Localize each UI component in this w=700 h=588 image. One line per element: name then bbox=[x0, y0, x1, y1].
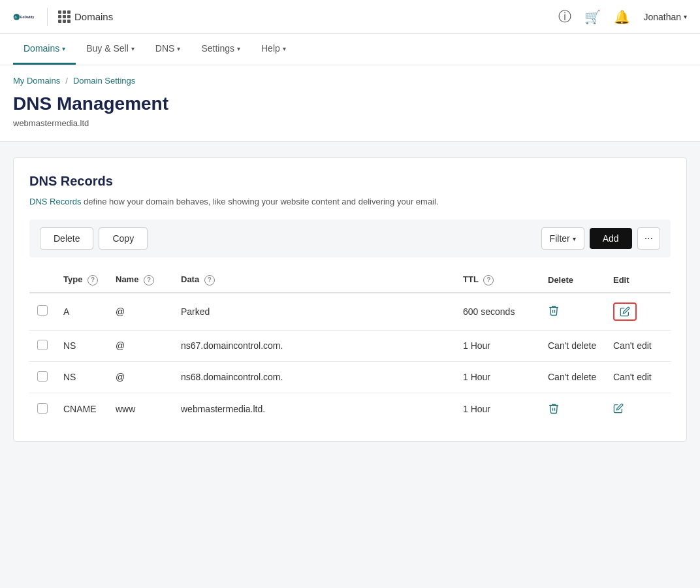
dns-records-desc: DNS Records define how your domain behav… bbox=[29, 197, 671, 206]
table-row: A @ Parked 600 seconds bbox=[29, 293, 671, 331]
nav-label-dns: DNS bbox=[155, 43, 175, 54]
header: G GoDaddy Domains ⓘ 🛒 🔔 Jonathan ▾ bbox=[0, 0, 700, 34]
main-nav: Domains ▾ Buy & Sell ▾ DNS ▾ Settings ▾ … bbox=[0, 34, 700, 65]
bell-icon[interactable]: 🔔 bbox=[614, 9, 630, 25]
nav-item-settings[interactable]: Settings ▾ bbox=[191, 34, 251, 65]
domain-subtitle: webmastermedia.ltd bbox=[13, 118, 687, 128]
row2-cant-delete: Can't delete bbox=[540, 330, 605, 361]
row1-type: A bbox=[56, 293, 108, 331]
nav-label-buy-sell: Buy & Sell bbox=[86, 43, 129, 54]
col-ttl-label: TTL bbox=[463, 274, 479, 284]
row2-cant-edit: Can't edit bbox=[605, 330, 671, 361]
col-header-data: Data ? bbox=[173, 268, 455, 293]
nav-caret-domains: ▾ bbox=[62, 45, 65, 52]
row1-name: @ bbox=[108, 293, 173, 331]
row1-edit-highlighted[interactable] bbox=[613, 302, 637, 321]
row4-edit-icon[interactable] bbox=[613, 403, 624, 414]
nav-item-domains[interactable]: Domains ▾ bbox=[13, 34, 76, 65]
breadcrumb-my-domains[interactable]: My Domains bbox=[13, 76, 60, 86]
row4-type: CNAME bbox=[56, 393, 108, 425]
name-info-icon[interactable]: ? bbox=[144, 275, 154, 286]
section-label: Domains bbox=[74, 11, 113, 22]
grid-icon bbox=[58, 10, 71, 23]
table-header: Type ? Name ? Data ? TTL ? De bbox=[29, 268, 671, 293]
nav-label-help: Help bbox=[261, 43, 280, 54]
col-type-label: Type bbox=[63, 274, 82, 284]
row1-data: Parked bbox=[173, 293, 455, 331]
nav-item-dns[interactable]: DNS ▾ bbox=[145, 34, 191, 65]
row3-ttl: 1 Hour bbox=[455, 361, 540, 393]
row4-delete-icon[interactable] bbox=[548, 402, 560, 414]
row3-name: @ bbox=[108, 361, 173, 393]
col-header-edit: Edit bbox=[605, 268, 671, 293]
user-name: Jonathan bbox=[643, 12, 681, 22]
row4-delete[interactable] bbox=[540, 393, 605, 425]
col-name-label: Name bbox=[116, 274, 138, 284]
row2-data: ns67.domaincontrol.com. bbox=[173, 330, 455, 361]
row1-edit[interactable] bbox=[605, 293, 671, 331]
header-left: G GoDaddy Domains bbox=[13, 5, 113, 29]
nav-item-help[interactable]: Help ▾ bbox=[251, 34, 296, 65]
row4-data: webmastermedia.ltd. bbox=[173, 393, 455, 425]
breadcrumb-domain-settings[interactable]: Domain Settings bbox=[73, 76, 135, 86]
ttl-info-icon[interactable]: ? bbox=[483, 275, 494, 286]
row3-type: NS bbox=[56, 361, 108, 393]
row3-checkbox-cell bbox=[29, 361, 56, 393]
col-data-label: Data bbox=[181, 274, 199, 284]
dns-records-title: DNS Records bbox=[29, 174, 671, 189]
row4-edit[interactable] bbox=[605, 393, 671, 425]
table-row: CNAME www webmastermedia.ltd. 1 Hour bbox=[29, 393, 671, 425]
filter-button[interactable]: Filter ▾ bbox=[541, 227, 584, 250]
page-title: DNS Management bbox=[13, 93, 687, 114]
nav-caret-buy-sell: ▾ bbox=[131, 45, 135, 52]
row3-data: ns68.domaincontrol.com. bbox=[173, 361, 455, 393]
row2-type: NS bbox=[56, 330, 108, 361]
table-row: NS @ ns68.domaincontrol.com. 1 Hour Can'… bbox=[29, 361, 671, 393]
header-right: ⓘ 🛒 🔔 Jonathan ▾ bbox=[558, 8, 687, 25]
breadcrumb-separator: / bbox=[65, 76, 68, 86]
row3-cant-delete: Can't delete bbox=[540, 361, 605, 393]
row3-checkbox[interactable] bbox=[37, 371, 48, 382]
breadcrumb-area: My Domains / Domain Settings DNS Managem… bbox=[0, 65, 700, 142]
row1-delete[interactable] bbox=[540, 293, 605, 331]
main-content: DNS Records DNS Records define how your … bbox=[0, 142, 700, 457]
dns-records-desc-text: define how your domain behaves, like sho… bbox=[81, 197, 438, 206]
svg-text:GoDaddy: GoDaddy bbox=[20, 15, 35, 18]
user-caret-icon: ▾ bbox=[684, 13, 687, 20]
copy-button[interactable]: Copy bbox=[99, 227, 148, 250]
more-options-button[interactable]: ··· bbox=[637, 227, 660, 250]
godaddy-logo-svg: G GoDaddy bbox=[13, 5, 37, 29]
nav-caret-help: ▾ bbox=[283, 45, 286, 52]
filter-caret-icon: ▾ bbox=[573, 235, 576, 242]
row4-name: www bbox=[108, 393, 173, 425]
add-button[interactable]: Add bbox=[590, 228, 632, 249]
dns-records-link[interactable]: DNS Records bbox=[29, 197, 81, 206]
nav-item-buy-sell[interactable]: Buy & Sell ▾ bbox=[76, 34, 145, 65]
col-header-delete: Delete bbox=[540, 268, 605, 293]
dns-records-card: DNS Records DNS Records define how your … bbox=[13, 157, 687, 442]
user-menu[interactable]: Jonathan ▾ bbox=[643, 12, 687, 22]
type-info-icon[interactable]: ? bbox=[88, 275, 98, 286]
row1-ttl: 600 seconds bbox=[455, 293, 540, 331]
row2-checkbox[interactable] bbox=[37, 340, 48, 350]
nav-label-settings: Settings bbox=[201, 43, 234, 54]
nav-caret-dns: ▾ bbox=[177, 45, 180, 52]
logo[interactable]: G GoDaddy bbox=[13, 5, 37, 29]
row2-name: @ bbox=[108, 330, 173, 361]
delete-button[interactable]: Delete bbox=[40, 227, 93, 250]
filter-label: Filter bbox=[550, 233, 570, 244]
row2-checkbox-cell bbox=[29, 330, 56, 361]
nav-caret-settings: ▾ bbox=[237, 45, 240, 52]
help-icon[interactable]: ⓘ bbox=[558, 8, 571, 25]
cart-icon[interactable]: 🛒 bbox=[584, 9, 601, 25]
row2-ttl: 1 Hour bbox=[455, 330, 540, 361]
toolbar-right: Filter ▾ Add ··· bbox=[541, 227, 660, 250]
row1-edit-icon[interactable] bbox=[620, 306, 630, 317]
col-header-type: Type ? bbox=[56, 268, 108, 293]
row4-checkbox[interactable] bbox=[37, 403, 48, 414]
dns-toolbar: Delete Copy Filter ▾ Add ··· bbox=[29, 220, 671, 257]
header-section-title: Domains bbox=[58, 10, 113, 23]
row1-delete-icon[interactable] bbox=[548, 304, 560, 316]
data-info-icon[interactable]: ? bbox=[204, 275, 215, 286]
row1-checkbox[interactable] bbox=[37, 305, 48, 316]
